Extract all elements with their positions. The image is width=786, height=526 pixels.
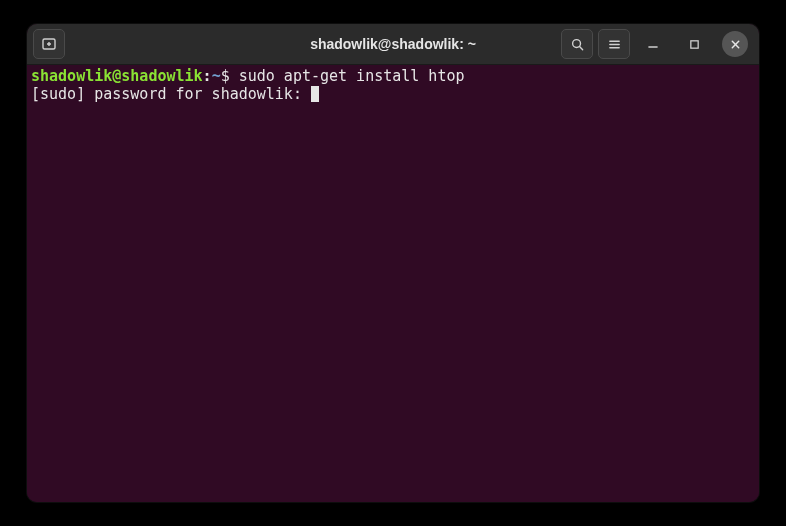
minimize-button[interactable] — [640, 31, 666, 57]
titlebar: shadowlik@shadowlik: ~ — [27, 24, 759, 65]
cursor — [311, 86, 319, 102]
terminal-window: shadowlik@shadowlik: ~ — [27, 24, 759, 502]
svg-line-4 — [579, 46, 582, 49]
new-tab-button[interactable] — [33, 29, 65, 59]
prompt-path: ~ — [212, 67, 221, 85]
titlebar-left — [33, 29, 65, 59]
prompt-user-host: shadowlik@shadowlik — [31, 67, 203, 85]
terminal-body[interactable]: shadowlik@shadowlik:~$ sudo apt-get inst… — [27, 65, 759, 502]
window-title: shadowlik@shadowlik: ~ — [310, 36, 476, 52]
minimize-icon — [647, 38, 659, 50]
new-tab-icon — [41, 36, 57, 52]
search-button[interactable] — [561, 29, 593, 59]
output-line: [sudo] password for shadowlik: — [31, 85, 311, 103]
svg-rect-9 — [690, 40, 697, 47]
hamburger-icon — [607, 37, 622, 52]
search-icon — [570, 37, 585, 52]
maximize-button[interactable] — [681, 31, 707, 57]
menu-button[interactable] — [598, 29, 630, 59]
close-icon — [730, 39, 741, 50]
command-text: sudo apt-get install htop — [239, 67, 465, 85]
prompt-colon: : — [203, 67, 212, 85]
close-button[interactable] — [722, 31, 748, 57]
prompt-dollar: $ — [221, 67, 239, 85]
maximize-icon — [689, 39, 700, 50]
titlebar-right — [561, 29, 753, 59]
